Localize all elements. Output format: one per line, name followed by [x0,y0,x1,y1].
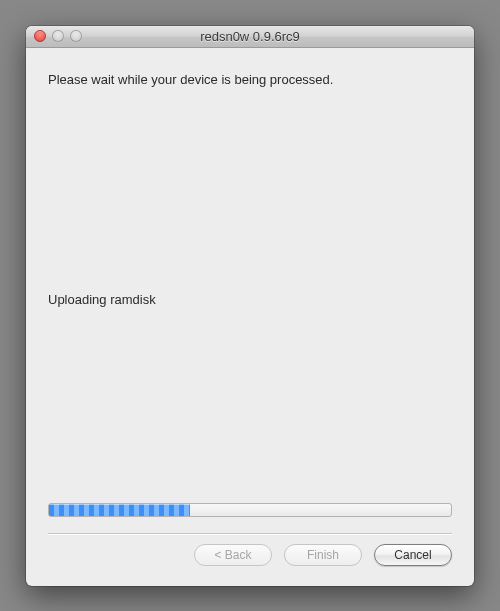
button-row: < Back Finish Cancel [48,544,452,572]
minimize-icon[interactable] [52,30,64,42]
traffic-lights [26,30,82,42]
back-button: < Back [194,544,272,566]
zoom-icon[interactable] [70,30,82,42]
content-area: Please wait while your device is being p… [26,48,474,586]
progress-bar [48,503,452,517]
divider [48,533,452,534]
cancel-button[interactable]: Cancel [374,544,452,566]
progress-container [48,503,452,517]
progress-fill [49,504,190,516]
wait-message: Please wait while your device is being p… [48,72,452,87]
status-text: Uploading ramdisk [48,292,452,307]
window-title: redsn0w 0.9.6rc9 [26,29,474,44]
close-icon[interactable] [34,30,46,42]
app-window: redsn0w 0.9.6rc9 Please wait while your … [26,26,474,586]
finish-button: Finish [284,544,362,566]
titlebar[interactable]: redsn0w 0.9.6rc9 [26,26,474,48]
